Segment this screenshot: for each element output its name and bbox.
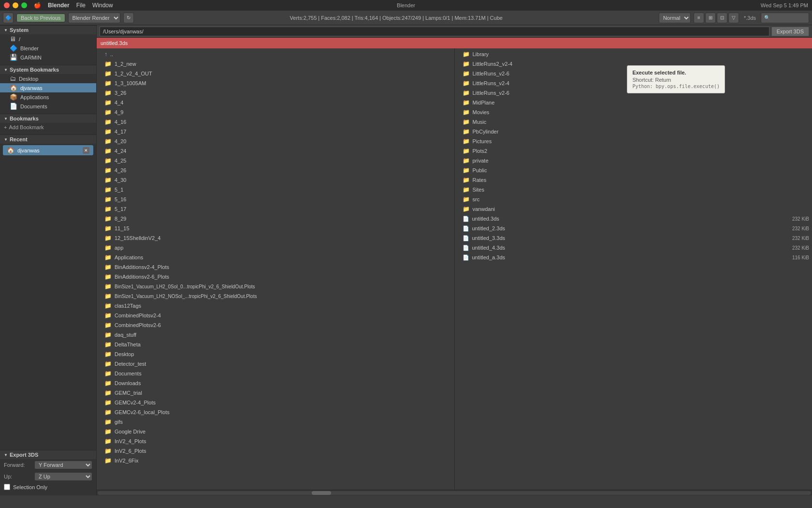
file-item-25[interactable]: 📁 BinSize1_Vacuum_LH2_NOSol_...tropicPhi… (97, 291, 454, 301)
file-item-14[interactable]: 📁 5_1 (97, 185, 454, 194)
file-item-r13[interactable]: 📁 Public (455, 165, 812, 175)
app-name[interactable]: Blender (48, 2, 70, 9)
view-icon-3[interactable]: ⊡ (717, 13, 727, 23)
forward-select[interactable]: Y Forward X Forward Z Forward -X Forward… (34, 461, 92, 469)
recent-section-header[interactable]: ▼ Recent (0, 134, 96, 144)
file-item-9[interactable]: 📁 4_20 (97, 136, 454, 146)
file-item-41[interactable]: 📁 InV2_6_Plots (97, 446, 454, 456)
file-item-10[interactable]: 📁 4_24 (97, 146, 454, 156)
my-bookmarks-header[interactable]: ▼ Bookmarks (0, 114, 96, 123)
export-3ds-button[interactable]: Export 3DS (771, 27, 809, 36)
file-item-1[interactable]: 📁 1_2_new (97, 59, 454, 69)
file-item-32[interactable]: 📁 Detector_test (97, 359, 454, 369)
up-select[interactable]: Z Up X Up Y Up -X Up -Y Up -Z Up (34, 472, 92, 481)
file-item-16[interactable]: 📁 5_17 (97, 204, 454, 214)
file-item-6[interactable]: 📁 4_9 (97, 107, 454, 117)
file-item-13[interactable]: 📁 4_30 (97, 175, 454, 185)
renderer-select[interactable]: Blender Render (68, 13, 120, 23)
file-item-r17[interactable]: 📁 vanwdani (455, 204, 812, 214)
file-item-parent[interactable]: ↑ .. (97, 49, 454, 59)
scroll-thumb[interactable] (312, 491, 331, 495)
file-item-27[interactable]: 📁 CombinedPlotsv2-4 (97, 311, 454, 320)
selection-only-checkbox[interactable] (4, 484, 10, 490)
file-item-17[interactable]: 📁 8_29 (97, 214, 454, 224)
file-item-2[interactable]: 📁 1_2_v2_4_OUT (97, 69, 454, 78)
horizontal-scrollbar[interactable] (97, 490, 812, 495)
apple-menu[interactable]: 🍎 (34, 2, 41, 9)
system-bookmarks-header[interactable]: ▼ System Bookmarks (0, 65, 96, 74)
file-item-r12[interactable]: 📁 private (455, 156, 812, 165)
file-item-29[interactable]: 📁 daq_stuff (97, 330, 454, 340)
file-item-8[interactable]: 📁 4_17 (97, 127, 454, 136)
file-item-33[interactable]: 📁 Documents (97, 369, 454, 378)
file-item-12[interactable]: 📁 4_26 (97, 165, 454, 175)
file-item-r21[interactable]: 📄 untitled_4.3ds 232 KiB (455, 243, 812, 253)
add-bookmark-button[interactable]: + Add Bookmark (0, 123, 96, 132)
file-item-r22[interactable]: 📄 untitled_a.3ds 116 KiB (455, 253, 812, 262)
file-item-15[interactable]: 📁 5_16 (97, 194, 454, 204)
file-item-r14[interactable]: 📁 Rates (455, 175, 812, 185)
maximize-button[interactable] (21, 2, 27, 8)
file-item-26[interactable]: 📁 clas12Tags (97, 301, 454, 311)
file-item-7[interactable]: 📁 4_16 (97, 117, 454, 127)
sidebar-item-applications[interactable]: 📦 Applications (0, 92, 96, 102)
window-menu[interactable]: Window (92, 2, 113, 9)
file-item-18[interactable]: 📁 11_15 (97, 224, 454, 233)
file-item-5[interactable]: 📁 4_4 (97, 98, 454, 107)
file-item-4[interactable]: 📁 3_26 (97, 88, 454, 98)
sidebar-item-djvanwas[interactable]: 🏠 djvanwas (0, 83, 96, 92)
file-item-r20[interactable]: 📄 untitled_3.3ds 232 KiB (455, 233, 812, 243)
recent-close-button[interactable]: ✕ (83, 147, 89, 154)
file-item-r16[interactable]: 📁 src (455, 194, 812, 204)
file-item-r11[interactable]: 📁 Plots2 (455, 146, 812, 156)
file-item-r18[interactable]: 📄 untitled.3ds 232 KiB (455, 214, 812, 224)
file-item-11[interactable]: 📁 4_25 (97, 156, 454, 165)
file-item-28[interactable]: 📁 CombinedPlotsv2-6 (97, 320, 454, 330)
sidebar-item-root[interactable]: 🖥 / (0, 34, 96, 44)
system-section-header[interactable]: ▼ System (0, 25, 96, 34)
sidebar-item-desktop[interactable]: 🗂 Desktop (0, 74, 96, 83)
file-item-r6[interactable]: 📁 MidPlane (455, 98, 812, 107)
sidebar-item-documents[interactable]: 📄 Documents (0, 102, 96, 111)
traffic-lights[interactable] (4, 2, 27, 8)
file-item-37[interactable]: 📁 GEMCv2-6_local_Plots (97, 407, 454, 417)
view-icon-2[interactable]: ⊞ (705, 13, 716, 23)
scroll-track[interactable] (98, 491, 811, 495)
file-item-r1[interactable]: 📁 Library (455, 49, 812, 59)
file-item-36[interactable]: 📁 GEMCv2-4_Plots (97, 398, 454, 407)
close-button[interactable] (4, 2, 10, 8)
file-item-r19[interactable]: 📄 untitled_2.3ds 232 KiB (455, 224, 812, 233)
filter-icon[interactable]: ▽ (728, 13, 739, 23)
file-item-23[interactable]: 📁 BinAdditionsv2-6_Plots (97, 272, 454, 282)
view-icon-1[interactable]: ≡ (694, 13, 704, 23)
file-item-42[interactable]: 📁 InV2_6Fix (97, 456, 454, 465)
sidebar-item-garmin[interactable]: 💾 GARMIN (0, 53, 96, 62)
search-icon[interactable]: 🔍 (761, 13, 809, 23)
file-item-r7[interactable]: 📁 Movies (455, 107, 812, 117)
blender-logo-icon[interactable]: 🔷 (3, 13, 14, 23)
file-item-24[interactable]: 📁 BinSize1_Vacuum_LH2_0Sol_0...tropicPhi… (97, 282, 454, 291)
file-item-21[interactable]: 📁 Applications (97, 253, 454, 262)
file-item-22[interactable]: 📁 BinAdditionsv2-4_Plots (97, 262, 454, 272)
minimize-button[interactable] (13, 2, 18, 8)
path-input[interactable] (100, 27, 769, 36)
file-item-38[interactable]: 📁 gifs (97, 417, 454, 427)
refresh-icon[interactable]: ↻ (123, 13, 134, 23)
file-item-31[interactable]: 📁 Desktop (97, 349, 454, 359)
file-item-19[interactable]: 📁 12_15ShelldinV2_4 (97, 233, 454, 243)
recent-item-djvanwas[interactable]: 🏠 djvanwas ✕ (3, 145, 93, 155)
file-item-r15[interactable]: 📁 Sites (455, 185, 812, 194)
file-menu[interactable]: File (76, 2, 86, 9)
file-item-39[interactable]: 📁 Google Drive (97, 427, 454, 436)
file-item-3[interactable]: 📁 1_3_1005AM (97, 78, 454, 88)
file-item-r8[interactable]: 📁 Music (455, 117, 812, 127)
file-item-r9[interactable]: 📁 PbCylinder (455, 127, 812, 136)
file-item-r10[interactable]: 📁 Pictures (455, 136, 812, 146)
mode-select[interactable]: Normal (659, 13, 691, 23)
file-item-34[interactable]: 📁 Downloads (97, 378, 454, 388)
sidebar-item-blender[interactable]: 🔷 Blender (0, 44, 96, 53)
file-item-40[interactable]: 📁 InV2_4_Plots (97, 436, 454, 446)
mac-menu[interactable]: 🍎 Blender File Window (34, 2, 113, 9)
back-to-previous-button[interactable]: Back to Previous (16, 14, 65, 22)
export-section-header[interactable]: ▼ Export 3DS (0, 450, 96, 459)
